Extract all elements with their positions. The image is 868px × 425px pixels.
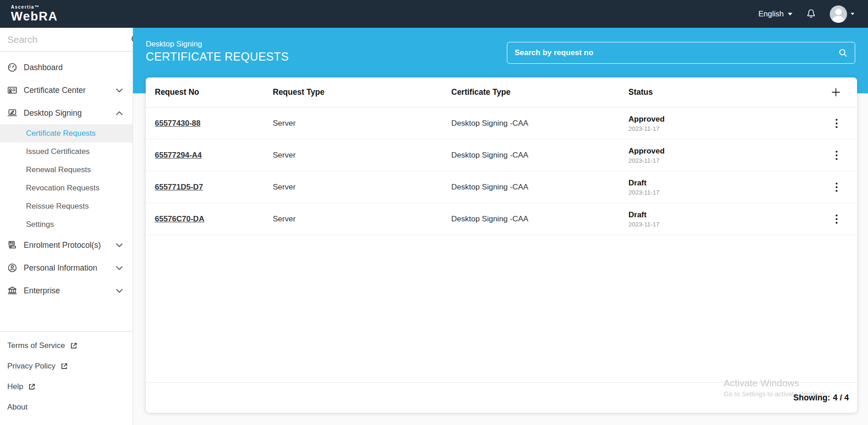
sidebar-item-dashboard[interactable]: Dashboard (0, 56, 133, 79)
sidebar-nav: Dashboard Certificate Center (0, 51, 133, 302)
external-link-icon (61, 363, 68, 370)
submenu-item-label: Settings (26, 220, 54, 229)
table-footer: Showing:4 / 4 (146, 382, 857, 413)
terms-of-service-link[interactable]: Terms of Service (0, 335, 133, 356)
certificate-icon (7, 85, 18, 95)
brand-ascertia: Ascertia™ (11, 5, 58, 10)
kebab-icon (835, 214, 838, 224)
navbar-right: English (758, 5, 854, 23)
row-menu-button[interactable] (833, 148, 840, 162)
status-cell: Draft 2023-11-17 (628, 179, 826, 196)
bell-icon (805, 8, 817, 20)
page-title: CERTIFICATE REQUESTS (146, 50, 289, 63)
column-header-certificate-type: Certificate Type (451, 87, 628, 97)
request-no-link[interactable]: 65577294-A4 (155, 151, 202, 159)
sidebar-item-label: Dashboard (24, 63, 123, 72)
chevron-down-icon (116, 88, 123, 92)
top-navbar: Ascertia™ WebRA English (0, 0, 868, 28)
submenu-item-label: Renewal Requests (26, 165, 91, 174)
sidebar-item-personal-information[interactable]: Personal Information (0, 256, 133, 279)
submenu-item-renewal-requests[interactable]: Renewal Requests (0, 161, 133, 179)
status-date: 2023-11-17 (628, 157, 826, 164)
sidebar-search-input[interactable] (7, 34, 131, 45)
desktop-signing-icon (7, 108, 18, 118)
sidebar-item-enrolment-protocols[interactable]: Enrolment Protocol(s) (0, 234, 133, 256)
privacy-policy-link[interactable]: Privacy Policy (0, 356, 133, 376)
kebab-icon (835, 150, 838, 160)
sidebar-item-enterprise[interactable]: Enterprise (0, 279, 133, 302)
table-empty-area (146, 235, 857, 382)
sidebar-item-label: Enrolment Protocol(s) (24, 241, 116, 250)
kebab-icon (835, 118, 838, 128)
table-row: 65576C70-DA Server Desktop Signing -CAA … (146, 203, 857, 235)
row-menu-button[interactable] (833, 180, 840, 194)
user-menu[interactable] (830, 5, 854, 23)
request-no-link[interactable]: 65576C70-DA (155, 215, 204, 223)
request-type-cell: Server (273, 183, 451, 192)
status-value: Draft (628, 210, 826, 220)
request-search-input[interactable] (515, 48, 838, 57)
plus-icon (832, 88, 840, 97)
about-link[interactable]: About (0, 397, 133, 417)
column-header-status: Status (628, 87, 826, 97)
request-no-link[interactable]: 65577430-88 (155, 119, 200, 128)
submenu-item-revocation-requests[interactable]: Revocation Requests (0, 179, 133, 197)
requests-table-card: Request No Request Type Certificate Type… (146, 77, 857, 413)
submenu-item-reissue-requests[interactable]: Reissue Requests (0, 197, 133, 215)
table-row: 65577294-A4 Server Desktop Signing -CAA … (146, 139, 857, 171)
showing-value: 4 / 4 (833, 393, 849, 402)
submenu-item-label: Certificate Requests (26, 129, 96, 138)
status-date: 2023-11-17 (628, 189, 826, 196)
request-type-cell: Server (273, 151, 451, 160)
sidebar: Dashboard Certificate Center (0, 28, 133, 425)
table-row: 655771D5-D7 Server Desktop Signing -CAA … (146, 171, 857, 203)
notifications-button[interactable] (805, 8, 817, 20)
request-no-link[interactable]: 655771D5-D7 (155, 183, 203, 191)
search-icon[interactable] (838, 48, 848, 57)
status-value: Approved (628, 115, 826, 124)
breadcrumb: Desktop Signing (146, 40, 289, 49)
showing-count: Showing:4 / 4 (793, 393, 849, 403)
sidebar-search (0, 28, 133, 51)
submenu-item-settings[interactable]: Settings (0, 215, 133, 234)
footer-link-label: Privacy Policy (7, 362, 56, 371)
sidebar-footer: Terms of Service Privacy Policy (0, 332, 133, 417)
dashboard-icon (7, 62, 18, 72)
sidebar-item-certificate-center[interactable]: Certificate Center (0, 79, 133, 102)
status-date: 2023-11-17 (628, 221, 826, 228)
footer-link-label: Terms of Service (7, 341, 65, 350)
brand-webra: WebRA (11, 10, 58, 23)
chevron-down-icon (851, 13, 854, 15)
row-menu-button[interactable] (833, 212, 840, 226)
certificate-type-cell: Desktop Signing -CAA (451, 119, 628, 128)
sidebar-item-label: Certificate Center (24, 86, 116, 95)
certificate-type-cell: Desktop Signing -CAA (451, 183, 628, 192)
app-body: Dashboard Certificate Center (0, 28, 868, 425)
language-selector[interactable]: English (758, 10, 792, 19)
add-request-button[interactable] (830, 87, 842, 98)
enrolment-protocol-icon (7, 240, 18, 250)
submenu-item-issued-certificates[interactable]: Issued Certificates (0, 143, 133, 161)
personal-information-icon (7, 263, 18, 273)
status-cell: Approved 2023-11-17 (628, 115, 826, 132)
request-type-cell: Server (273, 119, 451, 128)
status-date: 2023-11-17 (628, 125, 826, 132)
chevron-down-icon (788, 13, 792, 15)
row-menu-button[interactable] (833, 117, 840, 130)
chevron-up-icon (116, 111, 123, 115)
chevron-down-icon (116, 243, 123, 247)
page-titles: Desktop Signing CERTIFICATE REQUESTS (146, 40, 289, 63)
submenu-item-certificate-requests[interactable]: Certificate Requests (0, 124, 133, 143)
avatar-body (832, 16, 844, 23)
status-value: Draft (628, 179, 826, 188)
footer-link-label: Help (7, 382, 23, 391)
certificate-type-cell: Desktop Signing -CAA (451, 215, 628, 224)
sidebar-item-desktop-signing[interactable]: Desktop Signing (0, 102, 133, 124)
help-link[interactable]: Help (0, 376, 133, 397)
kebab-icon (835, 182, 838, 192)
brand-logo: Ascertia™ WebRA (11, 5, 58, 23)
status-cell: Draft 2023-11-17 (628, 210, 826, 228)
enterprise-icon (7, 286, 18, 296)
table-row: 65577430-88 Server Desktop Signing -CAA … (146, 108, 857, 139)
request-type-cell: Server (273, 215, 451, 224)
